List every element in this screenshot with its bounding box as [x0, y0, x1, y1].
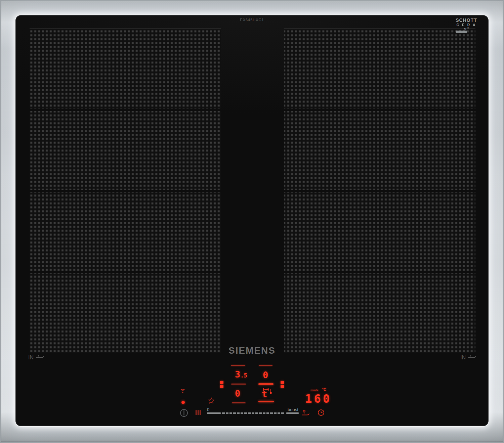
induction-zone-band: [30, 273, 221, 352]
in-label: IN: [28, 355, 34, 361]
siemens-logo: SIEMENS: [0, 345, 504, 356]
induction-zone-band: [30, 111, 221, 190]
zone-display-divider: [231, 384, 246, 385]
induction-zone-band: [284, 192, 475, 271]
pan-presence-segment: [220, 385, 223, 388]
right-zone-power-display: 0: [263, 370, 268, 380]
pan-presence-segment: [281, 385, 284, 388]
timer-unit-min-s: min/s: [310, 389, 319, 392]
in-label: IN: [460, 355, 466, 361]
slider-boost-label[interactable]: boost: [288, 407, 298, 412]
favorites-star-icon[interactable]: [208, 397, 215, 406]
left-zone-power-display: 3.5: [235, 370, 247, 379]
model-number-label: EX645HXC1: [0, 18, 504, 22]
pause-button[interactable]: [196, 410, 201, 415]
status-indicator-dot: [181, 401, 185, 404]
slider-track-start[interactable]: [207, 412, 221, 414]
pan-detection-marker-left: IN: [28, 354, 44, 361]
timer-display: 160: [305, 393, 332, 404]
induction-zone-band: [284, 111, 475, 190]
pause-bar: [198, 410, 199, 415]
induction-zone-band: [30, 192, 221, 271]
slider-track-end[interactable]: [286, 412, 299, 414]
induction-zone-band: [284, 273, 475, 352]
fry-sensor-icon[interactable]: [302, 409, 310, 418]
pan-presence-indicator-right: [281, 381, 284, 388]
zone-display-divider: [232, 402, 246, 403]
induction-pan-icon: [468, 354, 476, 361]
power-slider[interactable]: [222, 412, 285, 414]
slider-min-label[interactable]: 0: [207, 407, 209, 412]
induction-zone-band: [284, 30, 475, 108]
power-button[interactable]: [180, 409, 188, 418]
zone-display-divider: [258, 383, 274, 385]
timer-clock-icon[interactable]: [318, 409, 325, 417]
left-zone-secondary-display: 0: [235, 389, 240, 398]
pan-presence-segment: [281, 381, 284, 384]
printed-spec-patch: [456, 31, 467, 33]
cooktop-frame: EX645HXC1 SCHOTT C E R A N® SIEMENS IN I…: [0, 0, 504, 443]
induction-pan-icon: [36, 354, 44, 361]
temp-unit-celsius: °C: [322, 387, 326, 392]
pan-presence-indicator-left: [220, 381, 223, 388]
thermometer-icon: [269, 389, 272, 396]
pause-bar: [196, 410, 197, 415]
flex-induction-zone-right: [284, 29, 475, 353]
flex-induction-zone-left: [30, 29, 221, 353]
right-zone-function-display: t: [262, 390, 267, 399]
wifi-icon[interactable]: [180, 388, 185, 395]
schott-text: SCHOTT: [454, 18, 479, 23]
pan-presence-segment: [220, 381, 223, 384]
pause-bar: [200, 410, 201, 415]
induction-zone-band: [30, 30, 221, 108]
zone-display-divider: [231, 365, 245, 366]
zone-display-divider: [259, 365, 272, 366]
pan-detection-marker-right: IN: [460, 354, 476, 361]
zone-display-divider: [258, 401, 274, 402]
